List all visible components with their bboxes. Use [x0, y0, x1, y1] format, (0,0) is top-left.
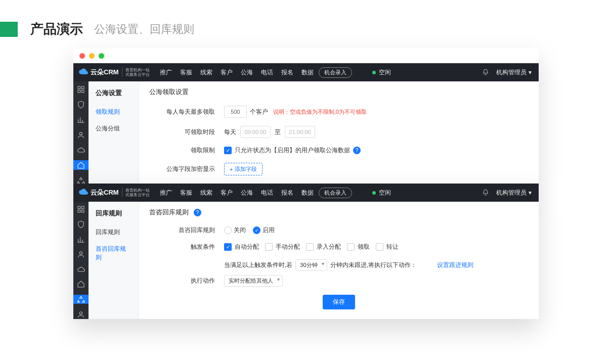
svg-rect-1 [81, 86, 84, 89]
opportunity-entry-button[interactable]: 机会录入 [319, 188, 352, 198]
bell-icon[interactable] [482, 189, 489, 196]
cb-claim[interactable] [347, 243, 355, 251]
window-chrome [73, 48, 539, 63]
status-dot-icon [372, 71, 376, 74]
nav-phone[interactable]: 电话 [261, 68, 273, 77]
nav-customer[interactable]: 客户 [221, 68, 233, 77]
rail-user-icon[interactable] [73, 130, 89, 140]
help-icon[interactable]: ? [194, 209, 201, 216]
admin-role-dropdown[interactable]: 机构管理员▾ [496, 68, 532, 77]
nav-service[interactable]: 客服 [180, 68, 192, 77]
presence-status[interactable]: 空闲 [372, 189, 391, 197]
rail-cloud-icon[interactable] [73, 265, 89, 275]
rail-cloud-icon[interactable] [73, 145, 89, 155]
claim-limit-label: 领取限制 [149, 146, 215, 155]
rail-user-icon[interactable] [73, 250, 89, 259]
set-follow-rule-link[interactable]: 设置跟进规则 [437, 261, 473, 269]
rail-shield-icon[interactable] [73, 100, 89, 109]
presence-status[interactable]: 空闲 [372, 68, 391, 77]
admin-role-dropdown[interactable]: 机构管理员▾ [496, 189, 532, 197]
rail-shield-icon[interactable] [73, 220, 89, 230]
nav-promo[interactable]: 推广 [160, 189, 172, 197]
icon-rail [73, 202, 89, 319]
nav-pool[interactable]: 公海 [241, 68, 253, 77]
nav-data[interactable]: 数据 [301, 68, 314, 77]
nav-signup[interactable]: 报名 [281, 189, 293, 197]
page-title-main: 产品演示 [30, 20, 83, 38]
max-claim-label: 每人每天最多领取 [149, 108, 215, 116]
claim-period-prefix: 每天 [224, 128, 236, 136]
svg-rect-6 [81, 206, 84, 209]
svg-rect-3 [81, 90, 84, 93]
settings-subnav: 公海设置 领取规则 公海分组 [89, 81, 139, 185]
svg-rect-5 [78, 206, 80, 209]
rail-home-icon[interactable] [73, 280, 89, 289]
topbar: 云朵CRM 教育机构一站式服务云平台 推广 客服 线索 客户 公海 电话 报名 … [73, 184, 539, 202]
subnav-first-consult-rule[interactable]: 首咨回库规则 [89, 241, 139, 266]
subnav-title: 公海设置 [89, 88, 139, 104]
max-claim-input[interactable] [224, 106, 247, 118]
radio-on[interactable] [253, 226, 260, 234]
opportunity-entry-button[interactable]: 机会录入 [319, 67, 352, 78]
topbar: 云朵CRM 教育机构一站式服务云平台 推广 客服 线索 客户 公海 电话 报名 … [73, 63, 539, 81]
minimize-dot-icon[interactable] [89, 53, 95, 59]
window-return-rule: 云朵CRM 教育机构一站式服务云平台 推广 客服 线索 客户 公海 电话 报名 … [73, 184, 539, 319]
rail-grid-icon[interactable] [73, 205, 89, 214]
claim-period-label: 可领取时段 [149, 128, 215, 136]
subnav-title: 回库规则 [89, 209, 139, 224]
rail-recycle-icon[interactable] [73, 295, 89, 304]
delay-select[interactable]: 30分钟 [295, 259, 327, 271]
nav-leads[interactable]: 线索 [200, 68, 212, 77]
enabled-only-checkbox[interactable] [224, 147, 232, 154]
time-separator: 至 [275, 128, 281, 136]
chevron-down-icon: ▾ [529, 189, 532, 196]
section-title: 公海领取设置 [149, 87, 529, 97]
subnav-claim-rule[interactable]: 领取规则 [89, 104, 139, 120]
svg-point-10 [79, 311, 82, 314]
cb-manual-assign[interactable] [265, 243, 273, 251]
status-dot-icon [372, 191, 376, 195]
icon-rail [73, 81, 89, 185]
cb-entry-assign[interactable] [306, 243, 314, 251]
bell-icon[interactable] [482, 69, 489, 76]
nav-leads[interactable]: 线索 [200, 189, 212, 197]
trigger-label: 触发条件 [149, 243, 215, 251]
nav-promo[interactable]: 推广 [160, 68, 172, 77]
first-consult-panel: 首咨回库规则 ? 首咨回库规则 关闭 启用 触发条件 自动分配 手动分配 录入分… [139, 202, 539, 319]
cb-transfer[interactable] [376, 243, 383, 251]
radio-off[interactable] [224, 226, 232, 234]
nav-customer[interactable]: 客户 [221, 189, 233, 197]
brand-logo[interactable]: 云朵CRM 教育机构一站式服务云平台 [78, 188, 150, 197]
time-from-input[interactable] [240, 126, 271, 138]
nav-data[interactable]: 数据 [301, 189, 314, 197]
action-select[interactable]: 实时分配给其他人 [224, 275, 283, 287]
accent-bar [0, 22, 18, 37]
subnav-pool-group[interactable]: 公海分组 [89, 120, 139, 137]
rail-grid-icon[interactable] [73, 84, 89, 94]
rail-chart-icon[interactable] [73, 115, 89, 124]
svg-rect-8 [81, 210, 84, 213]
nav-phone[interactable]: 电话 [261, 189, 273, 197]
brand-logo[interactable]: 云朵CRM 教育机构一站式服务云平台 [78, 68, 150, 77]
help-icon[interactable]: ? [353, 147, 361, 154]
cloud-logo-icon [78, 68, 89, 76]
maximize-dot-icon[interactable] [99, 53, 104, 59]
enabled-only-text: 只允许状态为【启用】的用户领取公海数据 [235, 146, 350, 155]
nav-signup[interactable]: 报名 [281, 68, 293, 77]
svg-rect-0 [78, 86, 80, 89]
nav-service[interactable]: 客服 [180, 189, 192, 197]
subnav-return-rule[interactable]: 回库规则 [89, 224, 139, 241]
save-button[interactable]: 保存 [323, 295, 355, 309]
rail-person-icon[interactable] [73, 309, 89, 319]
plus-icon: + [230, 166, 233, 172]
max-claim-note: 说明：空或负值为不限制,0为不可领取 [273, 108, 367, 116]
time-to-input[interactable] [285, 126, 315, 138]
section-title: 首咨回库规则 [149, 208, 189, 217]
claim-settings-panel: 公海领取设置 每人每天最多领取 个客户 说明：空或负值为不限制,0为不可领取 可… [139, 81, 539, 185]
cb-auto-assign[interactable] [224, 243, 232, 251]
rail-chart-icon[interactable] [73, 235, 89, 244]
close-dot-icon[interactable] [79, 53, 85, 59]
rail-home-icon[interactable] [73, 160, 89, 170]
nav-pool[interactable]: 公海 [241, 189, 253, 197]
add-field-button[interactable]: ++ 添加字段添加字段 [224, 163, 263, 175]
